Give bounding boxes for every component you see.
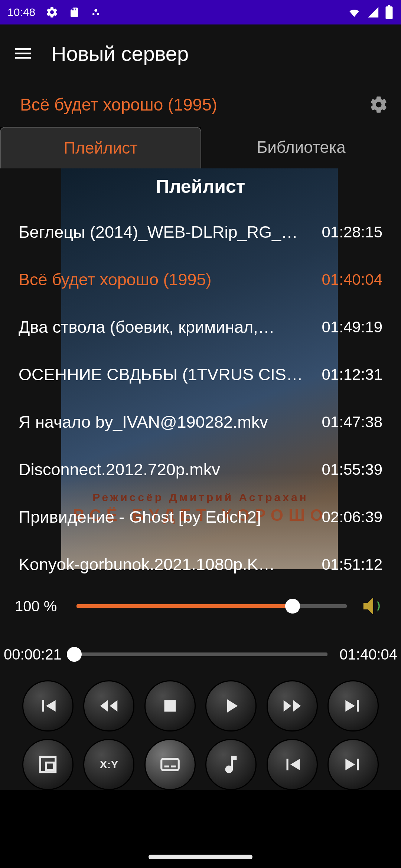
track-name: Беглецы (2014)_WEB-DLRip_RG_… — [19, 223, 322, 242]
playlist-content: Режиссёр Дмитрий Астрахан ВСЁ БУДЕТ ХОРО… — [0, 168, 401, 576]
track-duration: 01:12:31 — [322, 366, 383, 384]
chapter-next-button[interactable] — [327, 739, 379, 790]
progress-row: 00:00:21 01:40:04 — [0, 636, 401, 673]
aspect-ratio-button[interactable]: X:Y — [83, 739, 134, 790]
signal-icon — [367, 6, 379, 19]
svg-rect-8 — [171, 766, 176, 767]
settings-icon[interactable] — [369, 95, 388, 114]
volume-fill — [76, 604, 293, 608]
list-item[interactable]: Disconnect.2012.720p.mkv01:55:39 — [19, 446, 382, 493]
track-name: ОСЕННИЕ СВДЬБЫ (1TVRUS CIS)… — [19, 365, 322, 384]
svg-rect-3 — [164, 700, 176, 712]
aspect-label: X:Y — [100, 758, 118, 771]
list-item[interactable]: Беглецы (2014)_WEB-DLRip_RG_…01:28:15 — [19, 208, 382, 256]
list-item[interactable]: Всё будет хорошо (1995)01:40:04 — [19, 256, 382, 303]
battery-icon — [385, 5, 394, 19]
gear-status-icon — [46, 6, 58, 19]
list-item[interactable]: Два ствола (боевик, криминал,…01:49:19 — [19, 303, 382, 351]
next-track-button[interactable] — [327, 680, 379, 731]
track-name: Konyok-gorbunok.2021.1080p.K… — [19, 555, 322, 574]
status-bar: 10:48 — [0, 0, 401, 24]
track-duration: 01:40:04 — [322, 271, 383, 289]
playlist-header: Плейлист — [19, 176, 382, 197]
volume-row: 100 % — [0, 576, 401, 636]
track-duration: 01:49:19 — [322, 318, 383, 336]
sd-card-icon — [69, 6, 80, 19]
volume-knob[interactable] — [285, 599, 300, 614]
track-name: Два ствола (боевик, криминал,… — [19, 318, 322, 337]
total-time: 01:40:04 — [339, 646, 397, 663]
tabs: Плейлист Библиотека — [0, 127, 401, 168]
volume-slider[interactable] — [76, 604, 347, 608]
stop-button[interactable] — [144, 680, 196, 731]
app-bar: Новый сервер — [0, 24, 401, 82]
track-duration: 01:51:12 — [322, 556, 383, 573]
page-title: Новый сервер — [51, 42, 189, 66]
progress-slider[interactable] — [74, 652, 328, 656]
tab-label: Библиотека — [257, 138, 345, 157]
progress-knob[interactable] — [67, 647, 82, 662]
track-duration: 02:06:39 — [322, 508, 383, 526]
track-name: Disconnect.2012.720p.mkv — [19, 460, 322, 479]
list-item[interactable]: Konyok-gorbunok.2021.1080p.K…01:51:12 — [19, 541, 382, 576]
audio-track-button[interactable] — [205, 739, 257, 790]
track-duration: 01:47:38 — [322, 413, 383, 431]
track-name: Привидение - Ghost [by Edich2] — [19, 507, 322, 527]
now-playing-title: Всё будет хорошо (1995) — [20, 95, 217, 115]
list-item[interactable]: ОСЕННИЕ СВДЬБЫ (1TVRUS CIS)…01:12:31 — [19, 351, 382, 398]
volume-label: 100 % — [15, 598, 63, 615]
transport-controls: X:Y — [0, 673, 401, 790]
fullscreen-button[interactable] — [22, 739, 74, 790]
list-item[interactable]: Я начало by_IVAN@190282.mkv01:47:38 — [19, 398, 382, 446]
track-duration: 01:55:39 — [322, 461, 383, 479]
now-playing-row: Всё будет хорошо (1995) — [0, 82, 401, 127]
svg-point-1 — [92, 13, 95, 15]
nav-bar — [0, 846, 401, 868]
prev-track-button[interactable] — [22, 680, 74, 731]
chapter-prev-button[interactable] — [267, 739, 318, 790]
location-icon — [90, 6, 101, 19]
track-duration: 01:28:15 — [322, 223, 383, 241]
subtitles-button[interactable] — [144, 739, 196, 790]
svg-rect-5 — [46, 763, 54, 770]
svg-rect-6 — [162, 759, 179, 770]
track-name: Я начало by_IVAN@190282.mkv — [19, 412, 322, 432]
track-name: Всё будет хорошо (1995) — [19, 270, 322, 289]
tab-library[interactable]: Библиотека — [201, 127, 401, 168]
rewind-button[interactable] — [83, 680, 134, 731]
tab-label: Плейлист — [64, 139, 138, 157]
wifi-icon — [347, 6, 362, 19]
play-button[interactable] — [205, 680, 257, 731]
speaker-icon[interactable] — [360, 593, 386, 619]
tab-playlist[interactable]: Плейлист — [0, 127, 201, 168]
svg-rect-7 — [164, 766, 169, 767]
menu-icon[interactable] — [13, 43, 33, 64]
svg-point-2 — [97, 13, 100, 15]
svg-point-0 — [94, 9, 97, 12]
home-indicator[interactable] — [149, 855, 252, 859]
list-item[interactable]: Привидение - Ghost [by Edich2]02:06:39 — [19, 493, 382, 541]
status-time: 10:48 — [7, 6, 35, 19]
elapsed-time: 00:00:21 — [4, 646, 62, 663]
fast-forward-button[interactable] — [267, 680, 318, 731]
